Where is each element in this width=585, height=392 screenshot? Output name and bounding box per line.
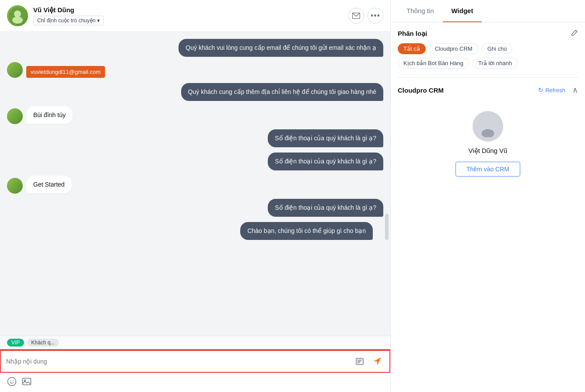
message-input[interactable] bbox=[6, 355, 353, 368]
message-avatar bbox=[7, 62, 23, 78]
refresh-icon: ↻ bbox=[538, 87, 543, 94]
message-row: Quý khách cung cấp thêm địa chỉ liên hệ … bbox=[7, 83, 383, 101]
right-content: Phân loại Tất cả Cloudpro CRM Ghi chú Kị… bbox=[391, 22, 585, 392]
input-actions bbox=[353, 354, 384, 368]
collapse-button[interactable]: ∧ bbox=[572, 85, 578, 95]
svg-point-7 bbox=[13, 381, 14, 382]
message-bubble: Bùi đình túy bbox=[26, 106, 73, 124]
message-bubble: Số điện thoại của quý khách là gì ạ? bbox=[268, 199, 383, 217]
ellipsis-icon: ••• bbox=[371, 11, 380, 21]
svg-point-1 bbox=[14, 10, 21, 17]
svg-rect-8 bbox=[23, 378, 31, 385]
right-tabs: Thông tin Widget bbox=[391, 0, 585, 22]
message-bubble: Số điện thoại của quý khách là gì ạ? bbox=[268, 129, 383, 147]
ctag-cloudpro[interactable]: Cloudpro CRM bbox=[429, 43, 478, 54]
header-avatar bbox=[7, 5, 28, 26]
classification-title: Phân loại bbox=[398, 30, 427, 38]
avatar-image bbox=[7, 5, 28, 26]
crm-avatar bbox=[473, 111, 503, 142]
refresh-button[interactable]: ↻ Refresh bbox=[535, 85, 569, 95]
more-options-button[interactable]: ••• bbox=[368, 8, 383, 24]
chat-messages: Quý khách vui lòng cung cấp email để chú… bbox=[0, 32, 390, 336]
message-row: Get Started bbox=[7, 176, 383, 194]
add-to-crm-button[interactable]: Thêm vào CRM bbox=[455, 162, 520, 177]
message-bubble: Quý khách cung cấp thêm địa chỉ liên hệ … bbox=[181, 83, 383, 101]
ctag-ghi-chu[interactable]: Ghi chú bbox=[482, 43, 513, 54]
message-row: Quý khách vui lòng cung cấp email để chú… bbox=[7, 39, 383, 57]
ctag-all[interactable]: Tất cả bbox=[398, 43, 426, 54]
send-button[interactable] bbox=[370, 354, 384, 368]
message-row: Chào bạn, chúng tôi có thể giúp gì cho b… bbox=[7, 222, 383, 240]
assign-conversation-button[interactable]: Chỉ định cuộc trò chuyện ▾ bbox=[33, 16, 104, 25]
message-bubble-email: vuvietdungdl11@gmail.com bbox=[26, 66, 105, 78]
header-actions: ••• bbox=[348, 8, 383, 24]
classification-section-header: Phân loại bbox=[398, 29, 578, 38]
message-avatar bbox=[7, 108, 23, 124]
tab-widget[interactable]: Widget bbox=[443, 0, 482, 22]
message-bubble: Get Started bbox=[26, 176, 72, 194]
svg-point-2 bbox=[12, 17, 23, 24]
crm-section: Cloudpro CRM ↻ Refresh ∧ bbox=[398, 77, 578, 185]
message-avatar bbox=[7, 178, 23, 194]
crm-user-card: Việt Dũng Vũ Thêm vào CRM bbox=[398, 102, 578, 185]
chat-panel: Vũ Việt Dũng Chỉ định cuộc trò chuyện ▾ … bbox=[0, 0, 391, 392]
tag-vip[interactable]: VIP bbox=[7, 339, 24, 347]
template-button[interactable] bbox=[353, 354, 367, 368]
message-row: vuvietdungdl11@gmail.com bbox=[7, 62, 383, 78]
message-row: Số điện thoại của quý khách là gì ạ? bbox=[7, 153, 383, 170]
crm-section-header: Cloudpro CRM ↻ Refresh ∧ bbox=[398, 85, 578, 95]
edit-icon[interactable] bbox=[571, 29, 578, 38]
tag-khach[interactable]: Khách q... bbox=[27, 339, 59, 347]
refresh-label: Refresh bbox=[545, 87, 565, 94]
message-row: Bùi đình túy bbox=[7, 106, 383, 124]
emoji-button[interactable] bbox=[7, 377, 17, 389]
chat-input-area bbox=[0, 349, 390, 392]
message-row: Số điện thoại của quý khách là gì ạ? bbox=[7, 129, 383, 147]
svg-point-5 bbox=[8, 378, 16, 386]
chevron-down-icon: ▾ bbox=[97, 17, 100, 24]
bottom-toolbar bbox=[0, 373, 390, 392]
crm-section-title: Cloudpro CRM bbox=[398, 87, 444, 94]
message-input-row bbox=[0, 350, 390, 373]
image-button[interactable] bbox=[22, 377, 32, 389]
message-bubble: Số điện thoại của quý khách là gì ạ? bbox=[268, 153, 383, 170]
classification-tags: Tất cả Cloudpro CRM Ghi chú Kịch bản Bot… bbox=[398, 43, 578, 69]
svg-point-6 bbox=[10, 381, 11, 382]
ctag-tra-loi-nhanh[interactable]: Trả lời nhanh bbox=[473, 58, 518, 69]
header-user-name: Vũ Việt Dũng bbox=[33, 6, 348, 14]
message-bubble: Quý khách vui lòng cung cấp email để chú… bbox=[179, 39, 383, 57]
header-info: Vũ Việt Dũng Chỉ định cuộc trò chuyện ▾ bbox=[33, 6, 348, 25]
crm-username: Việt Dũng Vũ bbox=[469, 147, 508, 155]
right-panel: Thông tin Widget Phân loại Tất cả Cloudp… bbox=[391, 0, 585, 392]
chat-header: Vũ Việt Dũng Chỉ định cuộc trò chuyện ▾ … bbox=[0, 0, 390, 32]
email-button[interactable] bbox=[348, 8, 364, 24]
message-bubble: Chào bạn, chúng tôi có thể giúp gì cho b… bbox=[240, 222, 373, 240]
ctag-kich-ban[interactable]: Kịch bản Bot Bán Hàng bbox=[398, 58, 469, 69]
tab-thong-tin[interactable]: Thông tin bbox=[398, 0, 443, 22]
message-row: Số điện thoại của quý khách là gì ạ? bbox=[7, 199, 383, 217]
tags-row: VIP Khách q... bbox=[0, 336, 390, 349]
assign-btn-label: Chỉ định cuộc trò chuyện bbox=[37, 17, 95, 24]
svg-point-9 bbox=[25, 380, 26, 381]
